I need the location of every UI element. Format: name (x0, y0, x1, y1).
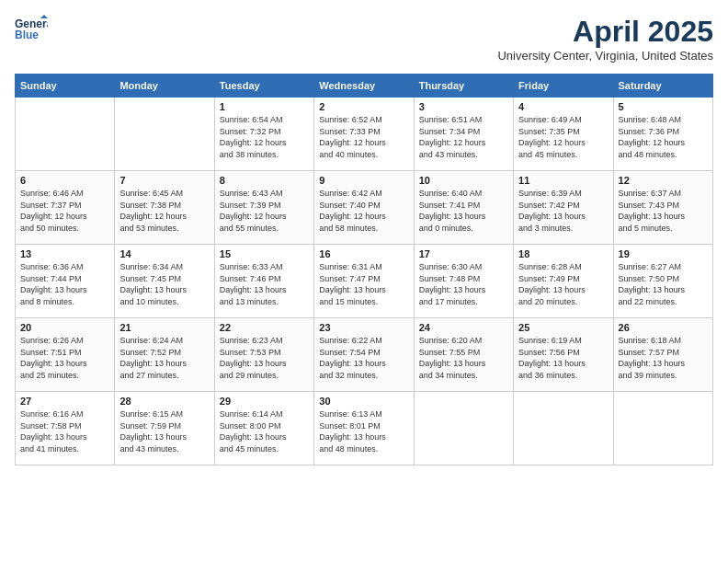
day-cell (414, 392, 513, 465)
week-row-5: 27Sunrise: 6:16 AM Sunset: 7:58 PM Dayli… (16, 392, 713, 465)
week-row-1: 1Sunrise: 6:54 AM Sunset: 7:32 PM Daylig… (16, 98, 713, 171)
day-detail: Sunrise: 6:46 AM Sunset: 7:37 PM Dayligh… (20, 188, 109, 234)
day-cell: 17Sunrise: 6:30 AM Sunset: 7:48 PM Dayli… (414, 245, 513, 318)
title-block: April 2025 University Center, Virginia, … (497, 15, 713, 63)
day-number: 14 (119, 248, 209, 259)
day-detail: Sunrise: 6:14 AM Sunset: 8:00 PM Dayligh… (220, 408, 309, 454)
day-cell: 1Sunrise: 6:54 AM Sunset: 7:32 PM Daylig… (214, 98, 313, 171)
day-cell: 28Sunrise: 6:15 AM Sunset: 7:59 PM Dayli… (115, 392, 214, 465)
day-detail: Sunrise: 6:34 AM Sunset: 7:45 PM Dayligh… (119, 261, 209, 307)
col-header-tuesday: Tuesday (214, 75, 313, 98)
day-detail: Sunrise: 6:20 AM Sunset: 7:55 PM Dayligh… (419, 335, 508, 381)
day-number: 11 (518, 175, 608, 186)
day-number: 29 (220, 396, 309, 407)
day-number: 3 (419, 101, 508, 112)
day-number: 13 (20, 248, 109, 259)
day-number: 1 (220, 101, 309, 112)
day-cell: 25Sunrise: 6:19 AM Sunset: 7:56 PM Dayli… (514, 318, 613, 392)
col-header-saturday: Saturday (613, 75, 712, 98)
day-detail: Sunrise: 6:24 AM Sunset: 7:52 PM Dayligh… (119, 335, 209, 381)
day-number: 27 (20, 396, 109, 407)
day-detail: Sunrise: 6:33 AM Sunset: 7:46 PM Dayligh… (220, 261, 309, 307)
day-detail: Sunrise: 6:39 AM Sunset: 7:42 PM Dayligh… (518, 188, 608, 234)
day-detail: Sunrise: 6:28 AM Sunset: 7:49 PM Dayligh… (518, 261, 608, 307)
day-cell: 29Sunrise: 6:14 AM Sunset: 8:00 PM Dayli… (214, 392, 313, 465)
day-number: 12 (619, 175, 708, 186)
day-detail: Sunrise: 6:23 AM Sunset: 7:53 PM Dayligh… (220, 335, 309, 381)
day-cell: 23Sunrise: 6:22 AM Sunset: 7:54 PM Dayli… (314, 318, 414, 392)
day-number: 26 (619, 322, 708, 333)
day-detail: Sunrise: 6:27 AM Sunset: 7:50 PM Dayligh… (619, 261, 708, 307)
day-cell: 26Sunrise: 6:18 AM Sunset: 7:57 PM Dayli… (613, 318, 712, 392)
day-cell: 5Sunrise: 6:48 AM Sunset: 7:36 PM Daylig… (613, 98, 712, 171)
day-cell: 19Sunrise: 6:27 AM Sunset: 7:50 PM Dayli… (613, 245, 712, 318)
day-number: 2 (319, 101, 408, 112)
day-detail: Sunrise: 6:19 AM Sunset: 7:56 PM Dayligh… (518, 335, 608, 381)
day-detail: Sunrise: 6:36 AM Sunset: 7:44 PM Dayligh… (20, 261, 109, 307)
day-cell: 7Sunrise: 6:45 AM Sunset: 7:38 PM Daylig… (115, 171, 214, 245)
day-cell (514, 392, 613, 465)
day-number: 24 (419, 322, 508, 333)
day-number: 7 (119, 175, 209, 186)
day-detail: Sunrise: 6:42 AM Sunset: 7:40 PM Dayligh… (319, 188, 408, 234)
day-number: 22 (220, 322, 309, 333)
day-number: 4 (518, 101, 608, 112)
day-number: 25 (518, 322, 608, 333)
day-number: 9 (319, 175, 408, 186)
header-row: SundayMondayTuesdayWednesdayThursdayFrid… (16, 75, 713, 98)
logo-icon: General Blue (15, 15, 48, 42)
day-detail: Sunrise: 6:30 AM Sunset: 7:48 PM Dayligh… (419, 261, 508, 307)
day-detail: Sunrise: 6:15 AM Sunset: 7:59 PM Dayligh… (119, 408, 209, 454)
day-cell: 18Sunrise: 6:28 AM Sunset: 7:49 PM Dayli… (514, 245, 613, 318)
day-cell: 11Sunrise: 6:39 AM Sunset: 7:42 PM Dayli… (514, 171, 613, 245)
day-number: 5 (619, 101, 708, 112)
day-detail: Sunrise: 6:43 AM Sunset: 7:39 PM Dayligh… (220, 188, 309, 234)
svg-text:Blue: Blue (15, 29, 39, 41)
day-cell: 8Sunrise: 6:43 AM Sunset: 7:39 PM Daylig… (214, 171, 313, 245)
day-cell: 3Sunrise: 6:51 AM Sunset: 7:34 PM Daylig… (414, 98, 513, 171)
day-detail: Sunrise: 6:16 AM Sunset: 7:58 PM Dayligh… (20, 408, 109, 454)
day-cell: 15Sunrise: 6:33 AM Sunset: 7:46 PM Dayli… (214, 245, 313, 318)
week-row-3: 13Sunrise: 6:36 AM Sunset: 7:44 PM Dayli… (16, 245, 713, 318)
day-cell: 14Sunrise: 6:34 AM Sunset: 7:45 PM Dayli… (115, 245, 214, 318)
day-detail: Sunrise: 6:26 AM Sunset: 7:51 PM Dayligh… (20, 335, 109, 381)
logo: General Blue (15, 15, 48, 42)
col-header-wednesday: Wednesday (314, 75, 414, 98)
day-cell: 6Sunrise: 6:46 AM Sunset: 7:37 PM Daylig… (16, 171, 115, 245)
day-number: 23 (319, 322, 408, 333)
day-detail: Sunrise: 6:37 AM Sunset: 7:43 PM Dayligh… (619, 188, 708, 234)
day-cell: 2Sunrise: 6:52 AM Sunset: 7:33 PM Daylig… (314, 98, 414, 171)
day-detail: Sunrise: 6:13 AM Sunset: 8:01 PM Dayligh… (319, 408, 408, 454)
day-cell: 27Sunrise: 6:16 AM Sunset: 7:58 PM Dayli… (16, 392, 115, 465)
day-number: 8 (220, 175, 309, 186)
day-number: 30 (319, 396, 408, 407)
day-cell: 21Sunrise: 6:24 AM Sunset: 7:52 PM Dayli… (115, 318, 214, 392)
day-number: 15 (220, 248, 309, 259)
col-header-monday: Monday (115, 75, 214, 98)
day-cell: 12Sunrise: 6:37 AM Sunset: 7:43 PM Dayli… (613, 171, 712, 245)
col-header-friday: Friday (514, 75, 613, 98)
day-cell: 24Sunrise: 6:20 AM Sunset: 7:55 PM Dayli… (414, 318, 513, 392)
day-number: 6 (20, 175, 109, 186)
day-detail: Sunrise: 6:48 AM Sunset: 7:36 PM Dayligh… (619, 114, 708, 160)
day-detail: Sunrise: 6:51 AM Sunset: 7:34 PM Dayligh… (419, 114, 508, 160)
day-number: 28 (119, 396, 209, 407)
day-cell: 22Sunrise: 6:23 AM Sunset: 7:53 PM Dayli… (214, 318, 313, 392)
day-number: 21 (119, 322, 209, 333)
day-detail: Sunrise: 6:18 AM Sunset: 7:57 PM Dayligh… (619, 335, 708, 381)
day-number: 10 (419, 175, 508, 186)
col-header-thursday: Thursday (414, 75, 513, 98)
page-header: General Blue April 2025 University Cente… (15, 15, 713, 63)
col-header-sunday: Sunday (16, 75, 115, 98)
day-cell: 30Sunrise: 6:13 AM Sunset: 8:01 PM Dayli… (314, 392, 414, 465)
day-number: 17 (419, 248, 508, 259)
day-cell (115, 98, 214, 171)
week-row-4: 20Sunrise: 6:26 AM Sunset: 7:51 PM Dayli… (16, 318, 713, 392)
day-cell: 9Sunrise: 6:42 AM Sunset: 7:40 PM Daylig… (314, 171, 414, 245)
day-number: 19 (619, 248, 708, 259)
week-row-2: 6Sunrise: 6:46 AM Sunset: 7:37 PM Daylig… (16, 171, 713, 245)
day-cell: 4Sunrise: 6:49 AM Sunset: 7:35 PM Daylig… (514, 98, 613, 171)
day-cell (16, 98, 115, 171)
day-detail: Sunrise: 6:52 AM Sunset: 7:33 PM Dayligh… (319, 114, 408, 160)
day-detail: Sunrise: 6:31 AM Sunset: 7:47 PM Dayligh… (319, 261, 408, 307)
